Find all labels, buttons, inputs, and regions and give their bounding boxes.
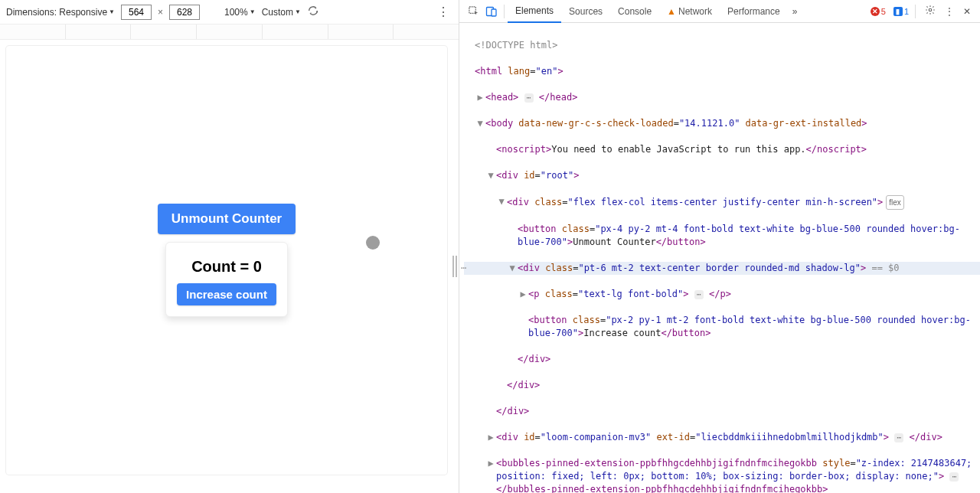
settings-icon[interactable] xyxy=(920,5,940,18)
chevron-down-icon: ▼ xyxy=(250,8,256,15)
svg-rect-1 xyxy=(469,7,475,13)
tabs-overflow[interactable]: » xyxy=(788,6,802,17)
warning-icon: ▲ xyxy=(667,6,676,17)
tab-performance[interactable]: Performance xyxy=(720,0,788,23)
count-text: Count = 0 xyxy=(177,258,276,276)
close-icon[interactable]: ✕ xyxy=(959,6,975,17)
tab-sources[interactable]: Sources xyxy=(561,0,610,23)
info-icon: ▮ xyxy=(893,7,903,16)
resize-handle[interactable] xyxy=(452,256,457,277)
devtools-pane: Elements Sources Console ▲Network Perfor… xyxy=(459,0,980,493)
dom-doctype: <!DOCTYPE html> xyxy=(475,40,557,51)
device-preview-pane: Dimensions: Responsive ▼ × 100% ▼ Custom… xyxy=(0,0,459,493)
touch-cursor-icon xyxy=(366,236,380,250)
counter-card: Count = 0 Increase count xyxy=(165,242,288,317)
chevron-down-icon: ▼ xyxy=(295,8,301,15)
dollar-zero: == $0 xyxy=(866,263,899,273)
twist-icon[interactable]: ▼ xyxy=(487,169,495,182)
chevron-down-icon: ▼ xyxy=(109,8,115,15)
selected-dom-node[interactable]: ▼<div class="pt-6 mt-2 text-center borde… xyxy=(464,262,980,275)
inspect-icon[interactable] xyxy=(464,5,482,17)
tab-network[interactable]: ▲Network xyxy=(659,0,720,23)
width-input[interactable] xyxy=(121,5,152,20)
rotate-icon[interactable] xyxy=(307,5,319,19)
error-icon: ✕ xyxy=(871,7,880,16)
svg-rect-3 xyxy=(492,9,496,16)
twist-icon[interactable]: ▶ xyxy=(487,431,495,444)
dimensions-dropdown[interactable]: Dimensions: Responsive ▼ xyxy=(6,7,115,18)
twist-icon[interactable]: ▶ xyxy=(487,457,495,470)
ellipsis-icon[interactable]: ⋯ xyxy=(524,93,534,103)
twist-icon[interactable]: ▶ xyxy=(476,91,484,104)
twist-icon[interactable]: ▶ xyxy=(519,288,527,301)
tab-elements[interactable]: Elements xyxy=(508,0,561,23)
twist-icon[interactable]: ▼ xyxy=(498,195,505,208)
viewport-area: Unmount Counter Count = 0 Increase count xyxy=(0,40,459,493)
twist-icon[interactable]: ▼ xyxy=(476,117,484,130)
ellipsis-icon[interactable]: ⋯ xyxy=(894,433,903,442)
svg-point-4 xyxy=(929,8,932,11)
elements-tree[interactable]: <!DOCTYPE html> <html lang="en"> ▶<head>… xyxy=(459,23,980,493)
zoom-label: 100% xyxy=(224,7,248,18)
ellipsis-icon[interactable]: ⋯ xyxy=(949,472,959,482)
device-toolbar-menu[interactable]: ⋮ xyxy=(434,6,452,18)
dimensions-label: Dimensions: Responsive xyxy=(6,7,107,18)
throttle-label: Custom xyxy=(262,7,293,18)
height-input[interactable] xyxy=(169,5,200,20)
unmount-counter-button[interactable]: Unmount Counter xyxy=(158,204,296,234)
twist-icon[interactable]: ▼ xyxy=(508,262,516,275)
app-root: Unmount Counter Count = 0 Increase count xyxy=(6,46,447,475)
tab-console[interactable]: Console xyxy=(610,0,659,23)
devtools-menu[interactable]: ⋮ xyxy=(940,6,959,17)
ellipsis-icon[interactable]: ⋯ xyxy=(694,290,704,299)
flex-badge[interactable]: flex xyxy=(886,195,904,210)
zoom-dropdown[interactable]: 100% ▼ xyxy=(224,7,256,18)
device-toggle-icon[interactable] xyxy=(482,5,501,18)
increase-count-button[interactable]: Increase count xyxy=(177,283,276,305)
error-badge[interactable]: ✕5 xyxy=(869,7,887,16)
dimension-separator: × xyxy=(158,7,163,18)
throttle-dropdown[interactable]: Custom ▼ xyxy=(262,7,301,18)
info-badge[interactable]: ▮1 xyxy=(892,7,910,16)
ruler xyxy=(0,24,459,40)
device-toolbar: Dimensions: Responsive ▼ × 100% ▼ Custom… xyxy=(0,0,459,24)
device-frame: Unmount Counter Count = 0 Increase count xyxy=(6,46,447,475)
devtools-tabbar: Elements Sources Console ▲Network Perfor… xyxy=(459,0,980,23)
